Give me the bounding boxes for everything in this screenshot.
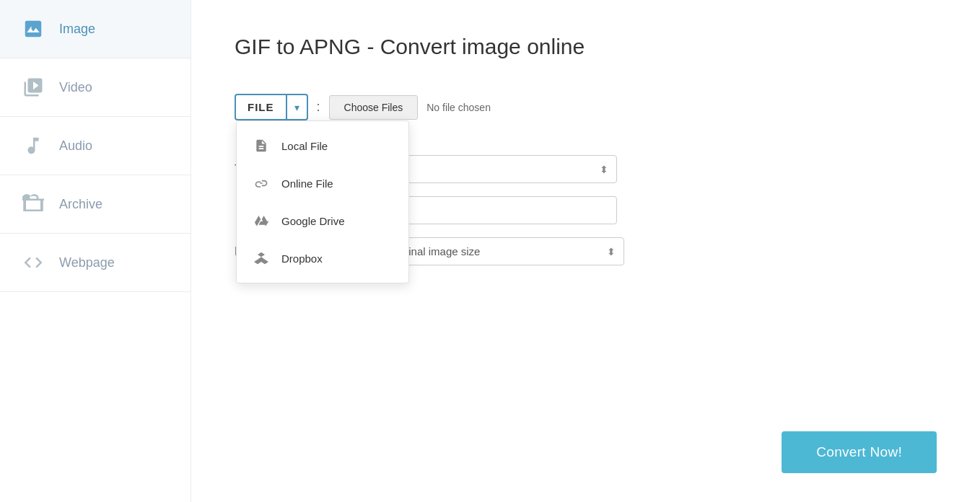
sidebar-label-audio: Audio [59, 138, 92, 154]
file-source-dropdown: Local File Online File [236, 120, 409, 283]
file-source-label: FILE [236, 95, 286, 119]
choose-files-button[interactable]: Choose Files [329, 95, 419, 120]
convert-now-button[interactable]: Convert Now! [782, 431, 937, 473]
sidebar-label-archive: Archive [59, 197, 102, 212]
dropdown-dropbox-label: Dropbox [281, 252, 323, 265]
audio-icon [20, 133, 46, 159]
dropdown-item-local-file[interactable]: Local File [237, 127, 408, 164]
colon-separator: : [317, 100, 320, 115]
dropdown-google-drive-label: Google Drive [281, 215, 345, 227]
file-row: FILE ▾ Local File [235, 94, 937, 120]
google-drive-icon [251, 211, 271, 231]
local-file-icon [251, 136, 271, 156]
file-source-dropdown-button[interactable]: ▾ [286, 95, 307, 119]
no-file-chosen-text: No file chosen [426, 102, 491, 113]
sidebar-item-audio[interactable]: Audio [0, 117, 191, 175]
file-source-group: FILE ▾ Local File [235, 94, 308, 120]
image-icon [20, 16, 46, 42]
archive-icon [20, 191, 46, 217]
dropdown-online-file-label: Online File [281, 177, 333, 190]
webpage-icon [20, 250, 46, 276]
sidebar-item-webpage[interactable]: Webpage [0, 234, 191, 292]
dropbox-icon [251, 248, 271, 268]
dropdown-item-online-file[interactable]: Online File [237, 164, 408, 202]
sidebar-label-image: Image [59, 22, 95, 37]
sidebar-label-video: Video [59, 80, 92, 95]
dropdown-item-google-drive[interactable]: Google Drive [237, 202, 408, 239]
page-title: GIF to APNG - Convert image online [235, 35, 937, 59]
online-file-icon [251, 173, 271, 193]
sidebar-item-archive[interactable]: Archive [0, 175, 191, 234]
dropdown-local-file-label: Local File [281, 140, 328, 152]
sidebar-label-webpage: Webpage [59, 255, 115, 270]
video-icon [20, 74, 46, 100]
dropdown-item-dropbox[interactable]: Dropbox [237, 239, 408, 277]
sidebar-item-video[interactable]: Video [0, 58, 191, 117]
sidebar-item-image[interactable]: Image [0, 0, 191, 58]
main-content: GIF to APNG - Convert image online FILE … [191, 0, 980, 502]
sidebar: Image Video Audio Archive We [0, 0, 191, 502]
